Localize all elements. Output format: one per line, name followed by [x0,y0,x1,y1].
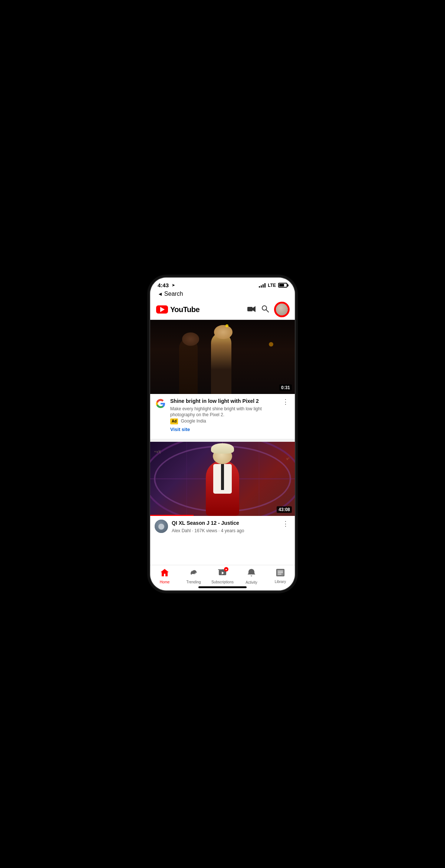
home-nav-label: Home [160,580,170,584]
profile-avatar[interactable] [275,302,289,317]
trending-nav-label: Trending [186,580,201,584]
search-icon[interactable] [261,305,269,314]
trending-icon [189,569,198,579]
svg-rect-12 [278,571,283,572]
home-indicator [198,586,247,588]
ad-channel-row: Ad Google India [170,418,277,424]
home-icon [160,569,169,579]
status-right: LTE [259,283,287,288]
video2-duration: 43:08 [277,506,292,513]
svg-line-3 [266,310,268,312]
content-area[interactable]: 0:31 Shine bright in low light with Pixe… [150,320,295,565]
battery-icon [278,283,287,288]
ad-video-info: Shine bright in low light with Pixel 2 M… [150,394,295,436]
back-label[interactable]: Search [164,291,183,297]
subscriptions-icon: ● [218,569,227,579]
lte-label: LTE [268,283,276,288]
back-chevron-icon[interactable]: ◄ [158,291,163,297]
status-left: 4:43 ➤ [158,282,175,288]
nav-item-home[interactable]: Home [154,569,176,584]
video2-thumbnail[interactable]: +x²( x² 43:08 [150,442,295,516]
app-title: YouTube [170,305,200,314]
camera-icon[interactable] [247,305,256,314]
svg-rect-7 [218,569,221,570]
nav-item-trending[interactable]: Trending [182,569,205,584]
svg-point-2 [262,306,267,310]
app-header: YouTube [150,299,295,320]
phone-frame: 4:43 ➤ LTE ◄ Search YouTube [150,278,295,590]
ad-thumb-image [150,320,295,394]
nav-item-library[interactable]: Library [269,569,291,584]
google-logo-icon[interactable] [155,398,167,410]
svg-rect-14 [278,574,281,574]
status-bar: 4:43 ➤ LTE [150,278,295,290]
activity-nav-label: Activity [245,580,257,584]
ad-badge: Ad [170,418,178,424]
subscriptions-nav-label: Subscriptions [211,580,234,584]
nav-item-activity[interactable]: Activity [240,568,263,584]
ad-video-card: 0:31 Shine bright in low light with Pixe… [150,320,295,436]
status-time: 4:43 [158,282,169,288]
video2-details: QI XL Season J 12 - Justice Alex Dahl · … [172,520,277,534]
header-icons [247,302,289,317]
nav-item-subscriptions[interactable]: ● Subscriptions [211,569,234,584]
subscriptions-badge: ● [224,567,228,572]
logo-area: YouTube [156,305,200,314]
visit-site-link[interactable]: Visit site [170,427,277,432]
library-icon [276,569,284,579]
video2-title: QI XL Season J 12 - Justice [172,520,277,527]
video2-progress-bar [150,515,194,516]
svg-marker-1 [253,306,256,312]
divider [150,439,295,442]
video2-card: +x²( x² 43:08 QI XL Season J 12 - Justic… [150,442,295,537]
more-options-icon[interactable]: ⋮ [281,398,290,406]
library-nav-label: Library [275,580,286,584]
ad-video-details: Shine bright in low light with Pixel 2 M… [170,398,277,432]
activity-icon [247,568,256,579]
ad-video-duration: 0:31 [279,384,292,391]
youtube-logo-icon[interactable] [156,305,168,314]
location-arrow-icon: ➤ [172,283,175,288]
svg-rect-13 [278,572,283,573]
video2-channel-avatar[interactable] [155,520,168,533]
video2-more-options-icon[interactable]: ⋮ [281,520,290,528]
svg-rect-8 [221,569,224,570]
svg-rect-0 [247,307,253,311]
video2-meta: Alex Dahl · 167K views · 4 years ago [172,528,277,534]
video2-info: QI XL Season J 12 - Justice Alex Dahl · … [150,516,295,537]
ad-video-thumbnail[interactable]: 0:31 [150,320,295,394]
back-row: ◄ Search [150,290,295,299]
video2-thumb-image: +x²( x² [150,442,295,516]
signal-bars [259,283,266,288]
ad-video-description: Make every highlight shine bright with l… [170,406,277,418]
ad-video-title: Shine bright in low light with Pixel 2 [170,398,277,405]
ad-channel-name: Google India [181,418,206,424]
